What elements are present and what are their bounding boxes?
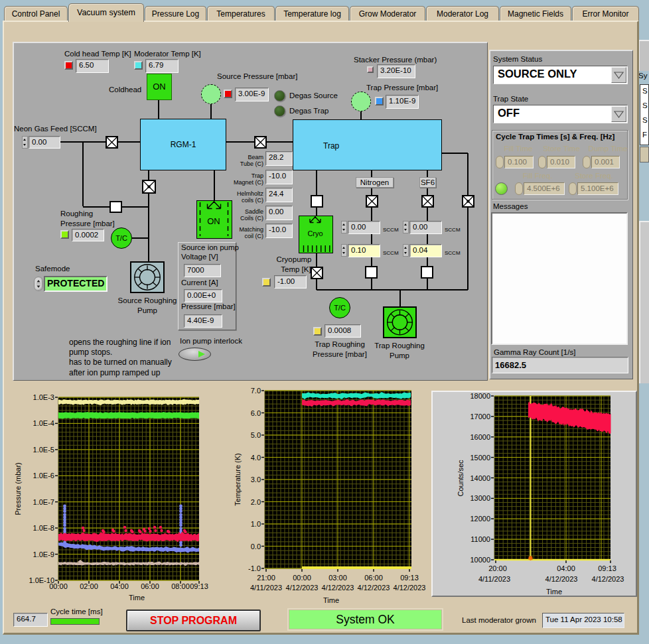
svg-text:4/11/2023: 4/11/2023 (250, 584, 282, 592)
svg-text:03:00: 03:00 (328, 574, 347, 582)
svg-text:12000: 12000 (470, 515, 490, 523)
svg-text:21:00: 21:00 (257, 574, 275, 582)
svg-text:4.0: 4.0 (251, 454, 261, 462)
svg-text:11000: 11000 (470, 535, 490, 543)
svg-text:6.0: 6.0 (251, 409, 261, 417)
svg-text:0.0: 0.0 (251, 543, 261, 550)
svg-text:06:00: 06:00 (364, 574, 383, 582)
svg-text:4/11/2023: 4/11/2023 (478, 575, 510, 583)
svg-text:1.0E-8: 1.0E-8 (33, 524, 54, 532)
svg-text:7.0: 7.0 (251, 387, 261, 395)
svg-text:1.0E-7: 1.0E-7 (33, 498, 54, 506)
svg-text:17000: 17000 (470, 413, 490, 420)
svg-text:Cryo: Cryo (307, 229, 323, 237)
svg-text:Pressure (mbar): Pressure (mbar) (14, 462, 22, 515)
svg-text:1.0E-6: 1.0E-6 (33, 472, 54, 480)
svg-text:15000: 15000 (470, 454, 490, 462)
svg-text:14000: 14000 (470, 474, 490, 482)
svg-text:00:00: 00:00 (293, 574, 311, 582)
svg-text:2.0: 2.0 (251, 498, 261, 506)
svg-text:1.0E-4: 1.0E-4 (33, 419, 54, 427)
svg-text:Time: Time (129, 594, 145, 602)
svg-text:Temperature (K): Temperature (K) (234, 453, 242, 505)
svg-text:20:00: 20:00 (488, 564, 507, 572)
svg-text:18000: 18000 (470, 392, 490, 400)
svg-text:09:13: 09:13 (400, 574, 419, 582)
svg-text:ON: ON (207, 216, 220, 226)
svg-text:4/12/2023: 4/12/2023 (545, 575, 578, 583)
svg-text:1.0E-5: 1.0E-5 (33, 446, 54, 454)
svg-text:-1.0: -1.0 (248, 564, 261, 572)
svg-text:4/12/2023: 4/12/2023 (592, 575, 624, 583)
svg-text:Time: Time (323, 596, 339, 604)
svg-text:3.0: 3.0 (251, 476, 261, 483)
svg-text:04:00: 04:00 (557, 564, 575, 572)
svg-text:4/12/2023: 4/12/2023 (322, 584, 354, 592)
svg-text:Counts/sec: Counts/sec (457, 460, 465, 497)
svg-text:1.0: 1.0 (251, 520, 261, 528)
svg-text:4/12/2023: 4/12/2023 (286, 584, 319, 592)
svg-text:4/12/2023: 4/12/2023 (394, 584, 426, 592)
svg-text:09:13: 09:13 (598, 564, 616, 572)
svg-text:4/12/2023: 4/12/2023 (358, 584, 390, 592)
svg-text:5.0: 5.0 (251, 431, 261, 439)
svg-text:13000: 13000 (470, 494, 490, 502)
svg-text:1.0E-3: 1.0E-3 (33, 393, 54, 401)
svg-text:16000: 16000 (470, 433, 490, 441)
svg-text:Time: Time (546, 588, 562, 596)
svg-text:10000: 10000 (470, 556, 490, 564)
svg-text:1.0E-9: 1.0E-9 (33, 550, 54, 558)
